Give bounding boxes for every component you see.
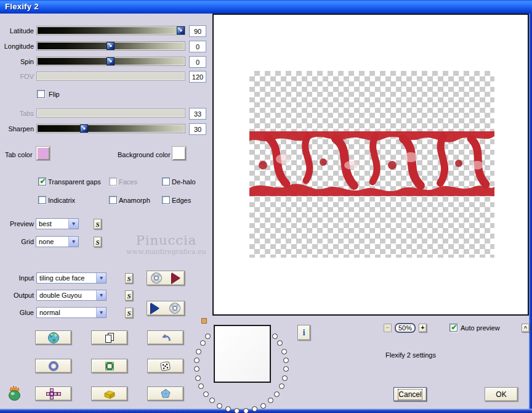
polyhedron-button[interactable]	[147, 386, 183, 401]
rotation-dot	[279, 383, 284, 389]
input-dropdown-value: tiling cube face	[37, 273, 96, 283]
de-halo-label: De-halo	[172, 178, 196, 186]
rotation-dot	[281, 349, 287, 354]
anamorph-checkbox[interactable]	[109, 196, 117, 204]
fov-value-input[interactable]	[189, 71, 206, 83]
ok-button[interactable]: OK	[485, 387, 518, 401]
copy-pages-icon	[103, 332, 116, 344]
zoom-level[interactable]: 50%	[395, 323, 416, 333]
rotation-dot	[283, 366, 289, 372]
zoom-out-button[interactable]: −	[384, 324, 392, 332]
preview-dropdown-label: Preview	[0, 220, 34, 228]
tabs-slider	[37, 109, 185, 117]
rotation-dot	[200, 340, 206, 346]
indicatrix-checkbox[interactable]	[38, 196, 46, 204]
sharpen-slider-thumb[interactable]	[80, 125, 88, 133]
chevron-down-icon[interactable]	[96, 273, 106, 283]
flaming-pear-logo[interactable]	[7, 383, 23, 402]
spin-label: Spin	[0, 58, 34, 66]
output-shuffle-button[interactable]: S	[125, 290, 133, 301]
grid-dropdown[interactable]: none	[36, 236, 79, 247]
longitude-slider-thumb[interactable]	[107, 42, 115, 50]
latitude-slider[interactable]	[37, 27, 185, 35]
rotation-dot	[274, 391, 280, 397]
tab-color-label: Tab color	[5, 151, 33, 159]
glue-dropdown-value: normal	[37, 308, 96, 317]
preview-dropdown-value: best	[36, 219, 68, 229]
info-button[interactable]: i	[297, 325, 310, 340]
latitude-value-input[interactable]	[189, 25, 206, 37]
edges-checkbox[interactable]	[162, 196, 170, 204]
ring-button[interactable]	[35, 359, 71, 373]
chevron-down-icon[interactable]	[68, 219, 78, 229]
drag-handle[interactable]	[201, 318, 207, 324]
rotation-dot	[205, 333, 211, 339]
preview-shuffle-button[interactable]: S	[94, 219, 102, 229]
load-settings-from-disk-button[interactable]	[147, 301, 185, 316]
preview-image-red-swirls	[249, 131, 494, 196]
longitude-slider[interactable]	[37, 42, 185, 50]
rotation-dot	[194, 358, 200, 363]
grid-shuffle-button[interactable]: S	[94, 237, 102, 247]
polyhedron-icon	[159, 388, 172, 400]
auto-preview-checkbox[interactable]: ✔	[449, 324, 457, 332]
brick-button[interactable]	[91, 386, 127, 401]
tab-color-swatch[interactable]	[36, 147, 50, 160]
tabs-label: Tabs	[0, 110, 34, 118]
transparent-gaps-checkbox-mark: ✔	[39, 177, 47, 186]
glue-shuffle-button[interactable]: S	[125, 308, 133, 318]
output-dropdown[interactable]: double Guyou	[36, 290, 107, 301]
input-shuffle-button[interactable]: S	[125, 273, 133, 284]
tabs-value-input[interactable]	[189, 108, 206, 120]
sharpen-slider[interactable]	[37, 125, 185, 133]
play-triangle-red-icon	[172, 272, 180, 284]
spin-value-input[interactable]	[189, 56, 206, 68]
background-color-label: Background color	[118, 151, 171, 159]
indicatrix-label: Indicatrix	[48, 197, 75, 205]
sharpen-value-input[interactable]	[189, 123, 206, 135]
settings-name-label: Flexify 2 settings	[385, 351, 436, 359]
glue-dropdown[interactable]: normal	[36, 307, 107, 318]
undo-button[interactable]	[147, 330, 183, 345]
chevron-down-icon[interactable]	[68, 237, 78, 247]
globe-icon	[47, 332, 60, 344]
cancel-button[interactable]: Cancel	[393, 387, 427, 401]
save-settings-to-disk-button[interactable]	[147, 271, 185, 285]
preview-panel[interactable]	[212, 14, 529, 316]
preview-dropdown[interactable]: best	[36, 218, 79, 229]
rotation-dot	[277, 340, 283, 346]
faces-label: Faces	[119, 178, 137, 186]
glue-dropdown-label: Glue	[0, 309, 34, 317]
transparent-gaps-checkbox[interactable]: ✔	[38, 178, 46, 186]
cd-icon	[169, 303, 180, 314]
chevron-down-icon[interactable]	[96, 308, 106, 317]
spin-slider-thumb[interactable]	[107, 57, 115, 65]
copy-button[interactable]	[91, 330, 127, 345]
chevron-down-icon[interactable]	[96, 290, 106, 300]
orientation-preview[interactable]	[214, 325, 271, 383]
longitude-value-input[interactable]	[189, 41, 206, 52]
grid-dropdown-value: none	[36, 237, 68, 247]
globe-button[interactable]	[35, 330, 71, 345]
spin-slider[interactable]	[37, 57, 185, 65]
fov-slider	[37, 72, 185, 80]
latitude-slider-thumb[interactable]	[177, 27, 185, 35]
zoom-in-button[interactable]: +	[419, 324, 427, 332]
green-frame-icon	[103, 360, 116, 372]
background-color-swatch[interactable]	[172, 147, 186, 160]
grid-dropdown-label: Grid	[0, 238, 34, 246]
titlebar[interactable]: Flexify 2	[0, 0, 532, 14]
random-dice-button[interactable]	[147, 359, 183, 373]
frame-button[interactable]	[91, 359, 127, 373]
rotation-dot	[195, 375, 201, 381]
rotation-dot	[203, 391, 209, 397]
longitude-label: Longitude	[0, 43, 34, 51]
input-dropdown[interactable]: tiling cube face	[36, 272, 107, 284]
auto-preview-label: Auto preview	[461, 324, 500, 332]
collapse-button[interactable]: ^	[522, 324, 530, 332]
lego-brick-icon	[102, 388, 117, 400]
cube-net-button[interactable]	[35, 386, 71, 401]
flip-checkbox[interactable]	[37, 90, 45, 98]
de-halo-checkbox[interactable]	[162, 178, 170, 186]
dice-icon	[159, 360, 172, 372]
